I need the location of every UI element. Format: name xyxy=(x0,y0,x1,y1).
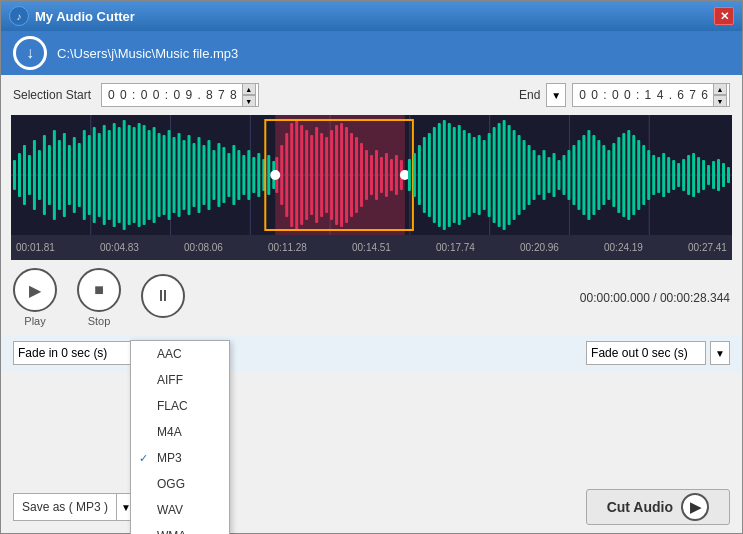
fade-in-input[interactable] xyxy=(13,341,133,365)
svg-rect-87 xyxy=(390,159,393,191)
timeline-label-4: 00:14.51 xyxy=(352,242,391,253)
svg-rect-52 xyxy=(222,147,225,203)
waveform-svg xyxy=(11,115,732,235)
play-button[interactable]: ▶ Play xyxy=(13,268,57,327)
svg-rect-154 xyxy=(712,161,715,189)
selection-start-label: Selection Start xyxy=(13,88,91,102)
timeline-label-0: 00:01.81 xyxy=(16,242,55,253)
cut-audio-button[interactable]: Cut Audio ▶ xyxy=(586,489,730,525)
svg-rect-72 xyxy=(315,127,318,223)
svg-rect-150 xyxy=(692,153,695,197)
svg-rect-96 xyxy=(423,137,426,213)
svg-rect-30 xyxy=(113,123,116,227)
svg-rect-71 xyxy=(310,135,313,215)
svg-rect-49 xyxy=(207,140,210,210)
svg-rect-157 xyxy=(727,167,730,183)
cut-audio-label: Cut Audio xyxy=(607,499,673,515)
end-time-input[interactable]: 0 0 : 0 0 : 1 4 . 6 7 6 ▲ ▼ xyxy=(572,83,730,107)
main-window: ♪ My Audio Cutter ✕ ↓ C:\Users\j\Music\M… xyxy=(0,0,743,534)
format-item-mp3[interactable]: MP3 xyxy=(131,445,229,471)
svg-rect-45 xyxy=(188,135,191,215)
svg-rect-124 xyxy=(562,155,565,195)
svg-rect-151 xyxy=(697,157,700,193)
svg-rect-95 xyxy=(418,145,421,205)
fade-out-group: ▼ xyxy=(586,341,730,365)
svg-rect-128 xyxy=(582,135,585,215)
save-as-group: Save as ( MP3 ) ▼ xyxy=(13,493,136,521)
svg-rect-84 xyxy=(375,150,378,200)
format-item-wma[interactable]: WMA xyxy=(131,523,229,534)
start-time-down[interactable]: ▼ xyxy=(242,95,256,107)
svg-rect-32 xyxy=(123,120,126,230)
svg-rect-110 xyxy=(493,127,496,223)
svg-rect-102 xyxy=(453,127,456,223)
svg-rect-119 xyxy=(538,155,541,195)
svg-rect-149 xyxy=(687,155,690,195)
timeline-label-3: 00:11.28 xyxy=(268,242,307,253)
save-as-label: Save as ( MP3 ) xyxy=(13,493,117,521)
close-button[interactable]: ✕ xyxy=(714,7,734,25)
start-time-up[interactable]: ▲ xyxy=(242,83,256,95)
svg-rect-57 xyxy=(247,150,250,200)
svg-rect-82 xyxy=(365,150,368,200)
format-dropdown-menu: AAC AIFF FLAC M4A MP3 OGG WAV WMA xyxy=(130,340,230,534)
format-item-aac[interactable]: AAC xyxy=(131,341,229,367)
svg-rect-16 xyxy=(43,135,46,215)
end-time-down[interactable]: ▼ xyxy=(713,95,727,107)
format-item-aiff[interactable]: AIFF xyxy=(131,367,229,393)
svg-rect-55 xyxy=(237,150,240,200)
svg-rect-113 xyxy=(508,125,511,225)
svg-rect-14 xyxy=(33,140,36,210)
stop-icon[interactable]: ■ xyxy=(77,268,121,312)
end-time-up[interactable]: ▲ xyxy=(713,83,727,95)
svg-rect-18 xyxy=(53,130,56,220)
svg-rect-152 xyxy=(702,160,705,190)
format-item-ogg[interactable]: OGG xyxy=(131,471,229,497)
svg-rect-37 xyxy=(148,130,151,220)
svg-rect-23 xyxy=(78,143,81,207)
svg-rect-25 xyxy=(88,135,91,215)
stop-label: Stop xyxy=(88,315,111,327)
svg-rect-15 xyxy=(38,150,41,200)
svg-rect-38 xyxy=(153,127,156,223)
svg-rect-58 xyxy=(252,157,255,193)
svg-rect-43 xyxy=(178,133,181,217)
svg-rect-144 xyxy=(662,153,665,197)
svg-rect-97 xyxy=(428,133,431,217)
svg-rect-138 xyxy=(632,135,635,215)
timeline-label-8: 00:27.41 xyxy=(688,242,727,253)
end-time-spinner[interactable]: ▲ ▼ xyxy=(713,83,727,107)
pause-icon[interactable]: ⏸ xyxy=(141,274,185,318)
svg-rect-46 xyxy=(192,143,195,207)
svg-rect-106 xyxy=(473,137,476,213)
svg-rect-69 xyxy=(300,125,303,225)
svg-rect-36 xyxy=(143,125,146,225)
svg-rect-65 xyxy=(280,145,283,205)
cut-audio-icon: ▶ xyxy=(681,493,709,521)
svg-rect-147 xyxy=(677,163,680,187)
svg-rect-99 xyxy=(438,123,441,227)
format-item-m4a[interactable]: M4A xyxy=(131,419,229,445)
svg-rect-104 xyxy=(463,130,466,220)
svg-rect-74 xyxy=(325,137,328,213)
stop-button[interactable]: ■ Stop xyxy=(77,268,121,327)
play-icon[interactable]: ▶ xyxy=(13,268,57,312)
timeline-labels: 00:01.81 00:04.83 00:08.06 00:11.28 00:1… xyxy=(16,242,727,253)
file-path: C:\Users\j\Music\Music file.mp3 xyxy=(57,46,238,61)
fade-out-dropdown[interactable]: ▼ xyxy=(710,341,730,365)
svg-rect-22 xyxy=(73,137,76,213)
svg-point-90 xyxy=(270,170,280,180)
format-item-wav[interactable]: WAV xyxy=(131,497,229,523)
svg-rect-98 xyxy=(433,127,436,223)
svg-rect-100 xyxy=(443,120,446,230)
fade-out-input[interactable] xyxy=(586,341,706,365)
end-dropdown-btn[interactable]: ▼ xyxy=(546,83,566,107)
start-time-input[interactable]: 0 0 : 0 0 : 0 9 . 8 7 8 ▲ ▼ xyxy=(101,83,259,107)
start-time-spinner[interactable]: ▲ ▼ xyxy=(242,83,256,107)
svg-rect-148 xyxy=(682,159,685,191)
pause-button[interactable]: ⏸ xyxy=(141,274,185,321)
svg-rect-47 xyxy=(197,137,200,213)
svg-rect-123 xyxy=(557,160,560,190)
svg-rect-54 xyxy=(232,145,235,205)
format-item-flac[interactable]: FLAC xyxy=(131,393,229,419)
